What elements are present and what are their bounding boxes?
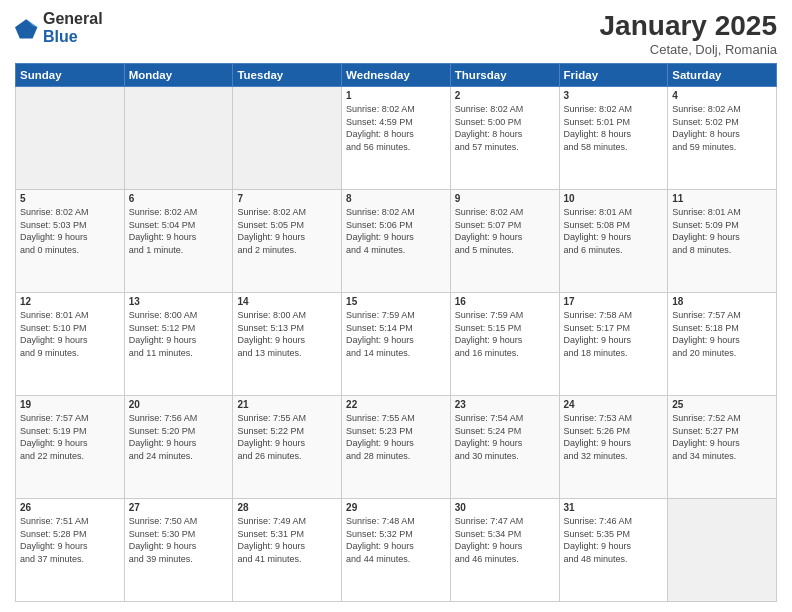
day-info: Sunrise: 7:50 AM Sunset: 5:30 PM Dayligh…	[129, 515, 229, 565]
calendar-cell: 22Sunrise: 7:55 AM Sunset: 5:23 PM Dayli…	[342, 396, 451, 499]
calendar-cell	[16, 87, 125, 190]
day-number: 30	[455, 502, 555, 513]
day-info: Sunrise: 8:02 AM Sunset: 5:07 PM Dayligh…	[455, 206, 555, 256]
day-info: Sunrise: 8:02 AM Sunset: 5:05 PM Dayligh…	[237, 206, 337, 256]
logo-general-text: General	[43, 10, 103, 28]
calendar-cell	[233, 87, 342, 190]
day-info: Sunrise: 8:00 AM Sunset: 5:12 PM Dayligh…	[129, 309, 229, 359]
day-number: 31	[564, 502, 664, 513]
month-title: January 2025	[600, 10, 777, 42]
calendar-cell: 21Sunrise: 7:55 AM Sunset: 5:22 PM Dayli…	[233, 396, 342, 499]
day-number: 2	[455, 90, 555, 101]
day-of-week-sunday: Sunday	[16, 64, 125, 87]
calendar-cell: 25Sunrise: 7:52 AM Sunset: 5:27 PM Dayli…	[668, 396, 777, 499]
day-of-week-thursday: Thursday	[450, 64, 559, 87]
day-of-week-monday: Monday	[124, 64, 233, 87]
week-row-1: 1Sunrise: 8:02 AM Sunset: 4:59 PM Daylig…	[16, 87, 777, 190]
day-number: 16	[455, 296, 555, 307]
calendar-table: SundayMondayTuesdayWednesdayThursdayFrid…	[15, 63, 777, 602]
location: Cetate, Dolj, Romania	[600, 42, 777, 57]
day-number: 1	[346, 90, 446, 101]
day-number: 28	[237, 502, 337, 513]
day-info: Sunrise: 7:49 AM Sunset: 5:31 PM Dayligh…	[237, 515, 337, 565]
day-number: 25	[672, 399, 772, 410]
title-block: January 2025 Cetate, Dolj, Romania	[600, 10, 777, 57]
calendar-cell: 24Sunrise: 7:53 AM Sunset: 5:26 PM Dayli…	[559, 396, 668, 499]
day-number: 11	[672, 193, 772, 204]
calendar-cell: 31Sunrise: 7:46 AM Sunset: 5:35 PM Dayli…	[559, 499, 668, 602]
week-row-2: 5Sunrise: 8:02 AM Sunset: 5:03 PM Daylig…	[16, 190, 777, 293]
day-number: 9	[455, 193, 555, 204]
calendar-cell: 17Sunrise: 7:58 AM Sunset: 5:17 PM Dayli…	[559, 293, 668, 396]
calendar-cell: 3Sunrise: 8:02 AM Sunset: 5:01 PM Daylig…	[559, 87, 668, 190]
day-of-week-saturday: Saturday	[668, 64, 777, 87]
day-info: Sunrise: 7:51 AM Sunset: 5:28 PM Dayligh…	[20, 515, 120, 565]
day-number: 23	[455, 399, 555, 410]
day-number: 3	[564, 90, 664, 101]
calendar-cell: 2Sunrise: 8:02 AM Sunset: 5:00 PM Daylig…	[450, 87, 559, 190]
calendar-cell: 29Sunrise: 7:48 AM Sunset: 5:32 PM Dayli…	[342, 499, 451, 602]
day-number: 26	[20, 502, 120, 513]
logo: General Blue	[15, 10, 103, 45]
calendar-cell: 20Sunrise: 7:56 AM Sunset: 5:20 PM Dayli…	[124, 396, 233, 499]
calendar-cell: 14Sunrise: 8:00 AM Sunset: 5:13 PM Dayli…	[233, 293, 342, 396]
day-info: Sunrise: 7:59 AM Sunset: 5:15 PM Dayligh…	[455, 309, 555, 359]
day-info: Sunrise: 8:02 AM Sunset: 5:01 PM Dayligh…	[564, 103, 664, 153]
calendar-cell: 7Sunrise: 8:02 AM Sunset: 5:05 PM Daylig…	[233, 190, 342, 293]
calendar-cell: 4Sunrise: 8:02 AM Sunset: 5:02 PM Daylig…	[668, 87, 777, 190]
day-number: 7	[237, 193, 337, 204]
day-of-week-friday: Friday	[559, 64, 668, 87]
day-info: Sunrise: 8:02 AM Sunset: 4:59 PM Dayligh…	[346, 103, 446, 153]
day-info: Sunrise: 8:02 AM Sunset: 5:00 PM Dayligh…	[455, 103, 555, 153]
week-row-4: 19Sunrise: 7:57 AM Sunset: 5:19 PM Dayli…	[16, 396, 777, 499]
day-of-week-wednesday: Wednesday	[342, 64, 451, 87]
day-number: 12	[20, 296, 120, 307]
calendar-cell: 28Sunrise: 7:49 AM Sunset: 5:31 PM Dayli…	[233, 499, 342, 602]
day-info: Sunrise: 8:02 AM Sunset: 5:04 PM Dayligh…	[129, 206, 229, 256]
day-info: Sunrise: 7:55 AM Sunset: 5:23 PM Dayligh…	[346, 412, 446, 462]
day-info: Sunrise: 8:01 AM Sunset: 5:09 PM Dayligh…	[672, 206, 772, 256]
day-number: 8	[346, 193, 446, 204]
day-info: Sunrise: 7:56 AM Sunset: 5:20 PM Dayligh…	[129, 412, 229, 462]
day-number: 19	[20, 399, 120, 410]
logo-text: General Blue	[43, 10, 103, 45]
calendar-cell: 16Sunrise: 7:59 AM Sunset: 5:15 PM Dayli…	[450, 293, 559, 396]
calendar-cell: 9Sunrise: 8:02 AM Sunset: 5:07 PM Daylig…	[450, 190, 559, 293]
day-info: Sunrise: 8:00 AM Sunset: 5:13 PM Dayligh…	[237, 309, 337, 359]
day-info: Sunrise: 8:02 AM Sunset: 5:02 PM Dayligh…	[672, 103, 772, 153]
calendar-cell: 19Sunrise: 7:57 AM Sunset: 5:19 PM Dayli…	[16, 396, 125, 499]
day-number: 24	[564, 399, 664, 410]
calendar-cell: 10Sunrise: 8:01 AM Sunset: 5:08 PM Dayli…	[559, 190, 668, 293]
calendar-cell	[668, 499, 777, 602]
svg-marker-0	[15, 19, 37, 38]
day-info: Sunrise: 7:55 AM Sunset: 5:22 PM Dayligh…	[237, 412, 337, 462]
calendar-cell: 26Sunrise: 7:51 AM Sunset: 5:28 PM Dayli…	[16, 499, 125, 602]
calendar-cell	[124, 87, 233, 190]
day-number: 14	[237, 296, 337, 307]
logo-icon	[15, 16, 39, 40]
calendar-cell: 12Sunrise: 8:01 AM Sunset: 5:10 PM Dayli…	[16, 293, 125, 396]
calendar-cell: 27Sunrise: 7:50 AM Sunset: 5:30 PM Dayli…	[124, 499, 233, 602]
week-row-3: 12Sunrise: 8:01 AM Sunset: 5:10 PM Dayli…	[16, 293, 777, 396]
day-info: Sunrise: 8:01 AM Sunset: 5:10 PM Dayligh…	[20, 309, 120, 359]
day-number: 22	[346, 399, 446, 410]
calendar-cell: 23Sunrise: 7:54 AM Sunset: 5:24 PM Dayli…	[450, 396, 559, 499]
calendar-cell: 18Sunrise: 7:57 AM Sunset: 5:18 PM Dayli…	[668, 293, 777, 396]
calendar-cell: 1Sunrise: 8:02 AM Sunset: 4:59 PM Daylig…	[342, 87, 451, 190]
calendar-cell: 30Sunrise: 7:47 AM Sunset: 5:34 PM Dayli…	[450, 499, 559, 602]
page: General Blue January 2025 Cetate, Dolj, …	[0, 0, 792, 612]
day-info: Sunrise: 8:02 AM Sunset: 5:06 PM Dayligh…	[346, 206, 446, 256]
day-number: 10	[564, 193, 664, 204]
calendar-cell: 11Sunrise: 8:01 AM Sunset: 5:09 PM Dayli…	[668, 190, 777, 293]
day-number: 15	[346, 296, 446, 307]
day-info: Sunrise: 8:02 AM Sunset: 5:03 PM Dayligh…	[20, 206, 120, 256]
day-info: Sunrise: 7:57 AM Sunset: 5:18 PM Dayligh…	[672, 309, 772, 359]
day-info: Sunrise: 7:59 AM Sunset: 5:14 PM Dayligh…	[346, 309, 446, 359]
day-number: 4	[672, 90, 772, 101]
logo-blue-text: Blue	[43, 28, 103, 46]
calendar-cell: 13Sunrise: 8:00 AM Sunset: 5:12 PM Dayli…	[124, 293, 233, 396]
day-info: Sunrise: 7:52 AM Sunset: 5:27 PM Dayligh…	[672, 412, 772, 462]
day-info: Sunrise: 7:58 AM Sunset: 5:17 PM Dayligh…	[564, 309, 664, 359]
calendar-cell: 6Sunrise: 8:02 AM Sunset: 5:04 PM Daylig…	[124, 190, 233, 293]
day-number: 21	[237, 399, 337, 410]
